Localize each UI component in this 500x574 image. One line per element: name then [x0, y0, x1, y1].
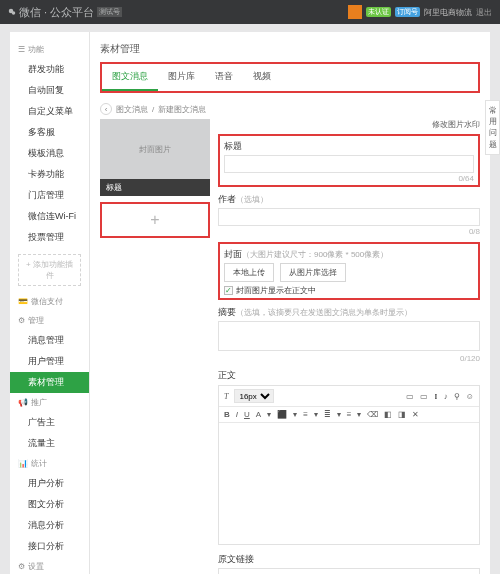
author-count: 0/8	[218, 227, 480, 236]
sidebar-item-cards[interactable]: 卡券功能	[10, 164, 89, 185]
music-icon[interactable]: ♪	[444, 392, 448, 401]
sidebar-item-messages[interactable]: 消息管理	[10, 330, 89, 351]
list-button[interactable]: ≣	[324, 410, 331, 419]
tab-video[interactable]: 视频	[243, 64, 281, 91]
badge-unverified: 未认证	[366, 7, 391, 17]
cover-hint: （大图片建议尺寸：900像素 * 500像素）	[242, 250, 388, 259]
sidebar-item-service[interactable]: 多客服	[10, 122, 89, 143]
author-hint: （选填）	[236, 195, 268, 204]
breadcrumb-parent[interactable]: 图文消息	[116, 104, 148, 115]
material-tabs: 图文消息 图片库 语音 视频	[100, 62, 480, 93]
group-features[interactable]: ☰ 功能	[10, 40, 89, 59]
sidebar-item-menu[interactable]: 自定义菜单	[10, 101, 89, 122]
group-pay[interactable]: 💳 微信支付	[10, 292, 89, 311]
tab-article[interactable]: 图文消息	[102, 64, 158, 91]
group-settings[interactable]: ⚙ 设置	[10, 557, 89, 574]
group-manage[interactable]: ⚙ 管理	[10, 311, 89, 330]
breadcrumb-current: 新建图文消息	[158, 104, 206, 115]
group-stats[interactable]: 📊 统计	[10, 454, 89, 473]
env-badge: 测试号	[97, 7, 122, 17]
sidebar-item-traffic[interactable]: 流量主	[10, 433, 89, 454]
sidebar-item-broadcast[interactable]: 群发功能	[10, 59, 89, 80]
editor-toolbar-2: B I U A ▾ ⬛ ▾ ≡ ▾ ≣ ▾ ≡ ▾ ⌫ ◧ ◨ ✕	[219, 407, 479, 423]
add-article-button[interactable]: +	[100, 202, 210, 238]
sidebar-item-user-stats[interactable]: 用户分析	[10, 473, 89, 494]
floatl-button[interactable]: ◧	[384, 410, 392, 419]
link-icon[interactable]: ⚲	[454, 392, 460, 401]
emoji-icon[interactable]: ☺	[466, 392, 474, 401]
origin-link-label: 原文链接	[218, 553, 480, 566]
video-icon[interactable]: ▭	[420, 392, 428, 401]
watermark-link[interactable]: 修改图片水印	[218, 119, 480, 130]
cover-preview: 封面图片	[100, 119, 210, 179]
sidebar-item-template[interactable]: 模板消息	[10, 143, 89, 164]
sidebar-item-article-stats[interactable]: 图文分析	[10, 494, 89, 515]
tab-image[interactable]: 图片库	[158, 64, 205, 91]
group-promo[interactable]: 📢 推广	[10, 393, 89, 412]
sidebar: ☰ 功能 群发功能 自动回复 自定义菜单 多客服 模板消息 卡券功能 门店管理 …	[10, 32, 90, 574]
image-icon[interactable]: ▭	[406, 392, 414, 401]
bgcolor-button[interactable]: ⬛	[277, 410, 287, 419]
indent-button[interactable]: ≡	[347, 410, 352, 419]
cover-label: 封面	[224, 249, 242, 259]
page-title: 素材管理	[100, 40, 480, 62]
checkbox-icon: ✓	[224, 286, 233, 295]
editor-toolbar-1: T 16px ▭ ▭ ⫿ ♪ ⚲ ☺	[219, 386, 479, 407]
clear-button[interactable]: ⌫	[367, 410, 378, 419]
summary-input[interactable]	[218, 321, 480, 351]
cover-title-bar: 标题	[100, 179, 210, 196]
remove-button[interactable]: ✕	[412, 410, 419, 419]
avatar[interactable]	[348, 5, 362, 19]
cover-group: 封面（大图片建议尺寸：900像素 * 500像素） 本地上传 从图片库选择 ✓封…	[218, 242, 480, 300]
summary-label: 摘要	[218, 307, 236, 317]
underline-button[interactable]: U	[244, 410, 250, 419]
breadcrumb: ‹ 图文消息 / 新建图文消息	[100, 99, 480, 119]
sidebar-item-users[interactable]: 用户管理	[10, 351, 89, 372]
title-label: 标题	[224, 140, 474, 153]
author-input[interactable]	[218, 208, 480, 226]
title-input[interactable]	[224, 155, 474, 173]
sidebar-item-vote[interactable]: 投票管理	[10, 227, 89, 248]
bold-button[interactable]: B	[224, 410, 230, 419]
body-label: 正文	[218, 369, 480, 382]
badge-type: 订阅号	[395, 7, 420, 17]
tab-audio[interactable]: 语音	[205, 64, 243, 91]
editor-body[interactable]	[219, 423, 479, 543]
font-size-select[interactable]: 16px	[234, 389, 274, 403]
header-right: 未认证 订阅号 阿里电商物流 退出	[348, 5, 492, 19]
logout-link[interactable]: 退出	[476, 7, 492, 18]
font-family-icon[interactable]: T	[224, 392, 228, 401]
summary-hint: （选填，该摘要只在发送图文消息为单条时显示）	[236, 308, 412, 317]
sidebar-item-advertiser[interactable]: 广告主	[10, 412, 89, 433]
title-count: 0/64	[224, 174, 474, 183]
upload-local-button[interactable]: 本地上传	[224, 263, 274, 282]
sidebar-item-msg-stats[interactable]: 消息分析	[10, 515, 89, 536]
origin-link-input[interactable]	[218, 568, 480, 574]
sidebar-item-api-stats[interactable]: 接口分析	[10, 536, 89, 557]
brand: 微信 · 公众平台 测试号	[8, 5, 122, 20]
italic-button[interactable]: I	[236, 410, 238, 419]
sidebar-item-autoreply[interactable]: 自动回复	[10, 80, 89, 101]
add-plugin[interactable]: + 添加功能插件	[18, 254, 81, 286]
faq-strip[interactable]: 常用问题	[485, 100, 500, 155]
form-column: 修改图片水印 标题 0/64 作者（选填） 0/8 封面（大图片建议尺寸：900…	[218, 119, 480, 574]
sidebar-item-stores[interactable]: 门店管理	[10, 185, 89, 206]
wechat-icon	[8, 8, 16, 16]
choose-library-button[interactable]: 从图片库选择	[280, 263, 346, 282]
show-cover-checkbox[interactable]: ✓封面图片显示在正文中	[224, 285, 474, 296]
svg-point-1	[12, 11, 16, 15]
align-button[interactable]: ≡	[303, 410, 308, 419]
chart-icon[interactable]: ⫿	[434, 392, 438, 401]
floatr-button[interactable]: ◨	[398, 410, 406, 419]
back-icon[interactable]: ‹	[100, 103, 112, 115]
account-name[interactable]: 阿里电商物流	[424, 7, 472, 18]
header: 微信 · 公众平台 测试号 未认证 订阅号 阿里电商物流 退出	[0, 0, 500, 24]
sidebar-item-material[interactable]: 素材管理	[10, 372, 89, 393]
color-button[interactable]: A	[256, 410, 261, 419]
sidebar-item-wifi[interactable]: 微信连Wi-Fi	[10, 206, 89, 227]
preview-column: 封面图片 标题 +	[100, 119, 210, 574]
title-group: 标题 0/64	[218, 134, 480, 187]
summary-count: 0/120	[218, 354, 480, 363]
content: 素材管理 图文消息 图片库 语音 视频 ‹ 图文消息 / 新建图文消息 封面图片…	[90, 32, 490, 574]
rich-editor: T 16px ▭ ▭ ⫿ ♪ ⚲ ☺ B I	[218, 385, 480, 545]
